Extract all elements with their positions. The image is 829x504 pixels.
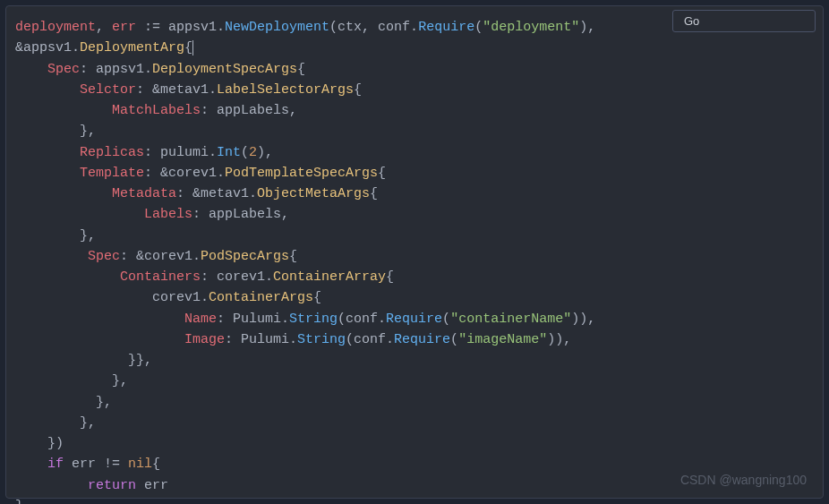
code-token: : appLabels, <box>201 103 297 118</box>
code-token: }}, <box>15 353 152 368</box>
code-token: ), <box>579 20 595 35</box>
code-token: DeploymentSpecArgs <box>152 62 297 77</box>
code-token: ), <box>257 145 273 160</box>
code-token: Require <box>394 332 450 347</box>
code-token: : &corev1. <box>144 166 225 181</box>
code-token: Require <box>386 312 442 327</box>
watermark: CSDN @wangning100 <box>680 473 807 487</box>
code-token: : Pulumi. <box>217 312 289 327</box>
code-token: }) <box>15 436 64 451</box>
code-token: }, <box>15 395 112 410</box>
code-token: Selctor <box>80 82 136 98</box>
code-token <box>15 103 112 118</box>
code-token: ( <box>241 145 249 160</box>
code-token <box>15 145 80 160</box>
code-token: if <box>47 457 64 472</box>
code-token: PodSpecArgs <box>201 249 289 264</box>
code-token: Replicas <box>80 145 144 160</box>
code-token: NewDeployment <box>225 20 329 35</box>
language-badge: Go <box>672 10 816 32</box>
code-token: deployment <box>15 20 96 35</box>
code-token: MatchLabels <box>112 103 201 118</box>
code-token: { <box>378 166 386 181</box>
code-token: : &corev1. <box>120 249 201 264</box>
code-token: ContainerArray <box>273 269 386 285</box>
code-token <box>15 249 88 264</box>
code-token: corev1. <box>15 290 209 305</box>
code-token: )), <box>547 332 571 347</box>
code-token <box>15 166 80 181</box>
code-token <box>15 269 120 285</box>
code-token: (ctx, conf. <box>329 20 418 35</box>
code-token: ( <box>450 332 458 347</box>
code-token <box>15 62 47 77</box>
code-token: : appLabels, <box>192 207 289 222</box>
code-token <box>15 207 144 222</box>
code-token: Image <box>184 332 225 347</box>
code-token: Spec <box>88 249 120 264</box>
code-token: err != <box>64 457 128 472</box>
code-token: : appsv1. <box>80 62 152 77</box>
code-token: { <box>386 269 394 285</box>
code-token: Require <box>418 20 474 35</box>
code-token: LabelSelectorArgs <box>217 82 354 98</box>
code-token: DeploymentArg <box>80 40 184 56</box>
code-token <box>15 332 184 347</box>
code-token: : pulumi. <box>144 145 217 160</box>
code-token <box>15 82 80 98</box>
code-token: }, <box>15 124 96 139</box>
code-token: : &metav1. <box>176 186 257 201</box>
code-token: )), <box>571 312 595 327</box>
code-token: { <box>152 457 160 472</box>
code-token: return <box>88 478 136 493</box>
code-token <box>15 478 88 493</box>
code-token: "imageName" <box>458 332 547 347</box>
code-token <box>15 186 112 201</box>
code-token: ObjectMetaArgs <box>257 186 370 201</box>
code-token: }, <box>15 415 96 431</box>
code-token: err <box>112 20 136 35</box>
code-token: := appsv1. <box>136 20 225 35</box>
code-token: Int <box>217 145 241 160</box>
code-token: String <box>297 332 346 347</box>
code-token: 2 <box>249 145 257 160</box>
code-token: { <box>289 249 297 264</box>
code-token: Spec <box>47 62 80 77</box>
code-token: { <box>354 82 362 98</box>
code-token: }, <box>15 373 128 389</box>
code-token: &appsv1. <box>15 40 80 56</box>
code-block: Go deployment, err := appsv1.NewDeployme… <box>5 5 824 499</box>
code-token: Metadata <box>112 186 176 201</box>
code-token <box>15 312 184 327</box>
code-token: { <box>297 62 305 77</box>
code-token: (conf. <box>338 312 386 327</box>
code-token: : corev1. <box>201 269 273 285</box>
code-token <box>15 457 47 472</box>
code-token: : &metav1. <box>136 82 217 98</box>
code-token: Name <box>184 312 217 327</box>
code-token: }, <box>15 228 96 243</box>
code-token: { <box>184 40 192 56</box>
code-token: nil <box>128 457 152 472</box>
code-token: PodTemplateSpecArgs <box>225 166 378 181</box>
code-token: err <box>136 478 168 493</box>
code-token: { <box>370 186 378 201</box>
code-token: (conf. <box>346 332 394 347</box>
code-content: deployment, err := appsv1.NewDeployment(… <box>15 17 814 504</box>
code-token: Template <box>80 166 144 181</box>
code-token: Labels <box>144 207 192 222</box>
text-cursor <box>192 40 193 56</box>
code-token: "deployment" <box>483 20 579 35</box>
code-token: { <box>313 290 321 305</box>
code-token: ContainerArgs <box>209 290 313 305</box>
code-token: ( <box>474 20 483 35</box>
code-token: ( <box>442 312 450 327</box>
code-token: String <box>289 312 338 327</box>
code-token: } <box>15 499 23 504</box>
code-token: "containerName" <box>450 312 571 327</box>
code-token: , <box>96 20 112 35</box>
code-token: Containers <box>120 269 201 285</box>
code-token: : Pulumi. <box>225 332 297 347</box>
